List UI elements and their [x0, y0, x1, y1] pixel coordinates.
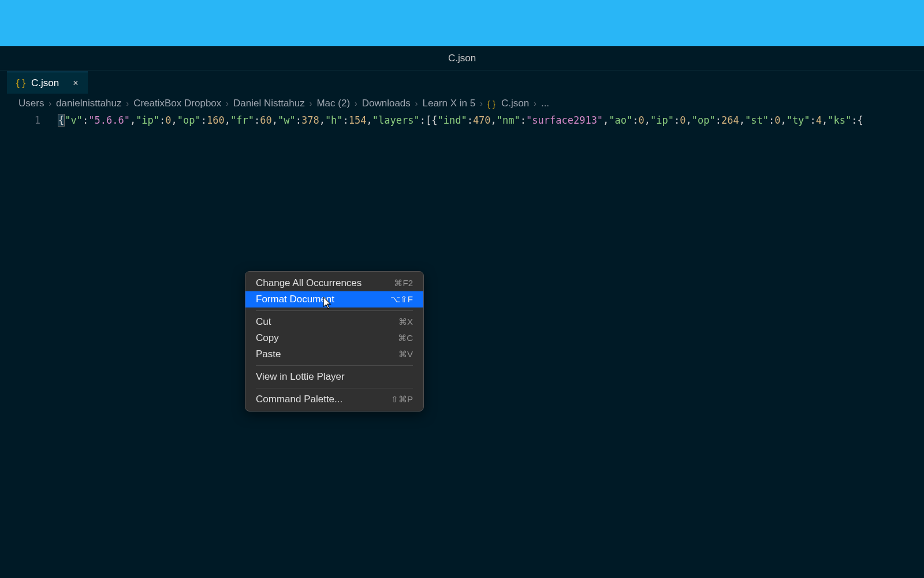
menu-item-cut[interactable]: Cut ⌘X — [245, 314, 423, 330]
menu-item-change-all-occurrences[interactable]: Change All Occurrences ⌘F2 — [245, 275, 423, 291]
menu-item-shortcut: ⌘F2 — [394, 278, 413, 288]
menu-item-label: Command Palette... — [256, 394, 342, 405]
menu-item-copy[interactable]: Copy ⌘C — [245, 330, 423, 346]
chevron-right-icon: › — [49, 99, 51, 108]
menu-separator — [256, 310, 413, 311]
title-bar: C.json — [0, 46, 924, 71]
line-number: 1 — [0, 114, 40, 126]
breadcrumb-item[interactable]: danielnisttahuz — [56, 98, 121, 109]
context-menu: Change All Occurrences ⌘F2 Format Docume… — [245, 271, 424, 412]
tab-c-json[interactable]: { } C.json × — [7, 72, 88, 94]
menu-item-label: Copy — [256, 332, 279, 344]
menu-item-shortcut: ⇧⌘P — [391, 394, 413, 405]
menu-item-label: View in Lottie Player — [256, 371, 345, 383]
title-bar-text: C.json — [448, 53, 476, 64]
tabs-bar: { } C.json × — [0, 71, 924, 95]
chevron-right-icon: › — [415, 99, 418, 108]
breadcrumb-item[interactable]: CreatixBox Dropbox — [133, 98, 221, 109]
chevron-right-icon: › — [310, 99, 312, 108]
menu-item-label: Change All Occurrences — [256, 277, 362, 289]
breadcrumb-file[interactable]: C.json — [501, 98, 529, 109]
menu-item-paste[interactable]: Paste ⌘V — [245, 346, 423, 362]
editor-area[interactable]: 1 {"v":"5.6.6","ip":0,"op":160,"fr":60,"… — [0, 112, 924, 578]
menu-item-shortcut: ⌘V — [398, 349, 413, 360]
line-number-gutter: 1 — [0, 112, 58, 578]
tab-label: C.json — [31, 77, 59, 89]
breadcrumbs: Users › danielnisttahuz › CreatixBox Dro… — [0, 95, 924, 112]
menu-item-label: Paste — [256, 349, 281, 360]
menu-item-shortcut: ⌘X — [398, 317, 413, 327]
breadcrumb-item[interactable]: Mac (2) — [316, 98, 350, 109]
json-file-icon: { } — [16, 77, 25, 89]
menu-item-shortcut: ⌘C — [398, 333, 413, 343]
chevron-right-icon: › — [126, 99, 129, 108]
breadcrumb-item[interactable]: Daniel Nisttahuz — [233, 98, 305, 109]
menu-item-shortcut: ⌥⇧F — [390, 294, 413, 305]
menu-item-label: Cut — [256, 316, 271, 328]
menu-item-format-document[interactable]: Format Document ⌥⇧F — [245, 291, 423, 307]
code-line[interactable]: {"v":"5.6.6","ip":0,"op":160,"fr":60,"w"… — [58, 112, 924, 578]
breadcrumb-item[interactable]: Learn X in 5 — [423, 98, 476, 109]
menu-separator — [256, 388, 413, 388]
chevron-right-icon: › — [534, 99, 536, 108]
chevron-right-icon: › — [480, 99, 483, 108]
chevron-right-icon: › — [226, 99, 229, 108]
menu-item-view-in-lottie-player[interactable]: View in Lottie Player — [245, 369, 423, 385]
window-top-accent-bar — [0, 0, 924, 46]
breadcrumb-item[interactable]: Downloads — [362, 98, 411, 109]
chevron-right-icon: › — [355, 99, 357, 108]
breadcrumb-item[interactable]: Users — [18, 98, 44, 109]
breadcrumb-trailing[interactable]: ... — [541, 98, 549, 109]
menu-item-command-palette[interactable]: Command Palette... ⇧⌘P — [245, 391, 423, 407]
tab-close-button[interactable]: × — [69, 77, 81, 90]
json-file-icon: { } — [487, 99, 495, 109]
menu-separator — [256, 365, 413, 366]
menu-item-label: Format Document — [256, 294, 334, 305]
